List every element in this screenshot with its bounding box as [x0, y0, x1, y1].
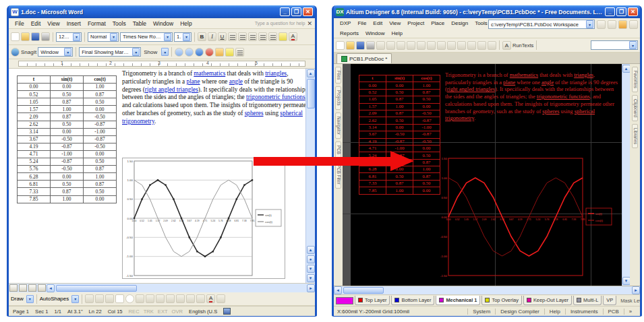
panel-tab-clipboard[interactable]: Clipboard — [632, 95, 637, 121]
hyperlink[interactable]: mathematics — [510, 72, 538, 78]
word-maximize-button[interactable]: ❐ — [291, 7, 301, 16]
scroll-track[interactable] — [55, 284, 307, 292]
style-combo[interactable]: Normal ▾ — [88, 32, 119, 42]
font-tool-icon[interactable]: A — [502, 41, 511, 50]
layer-tab-multi-l[interactable]: Multi-L — [573, 296, 602, 305]
altium-horizontal-scrollbar[interactable]: ◄ ► — [334, 286, 640, 294]
hyperlink[interactable]: plane — [187, 78, 200, 85]
chevron-down-icon[interactable]: ▾ — [71, 295, 79, 303]
reviewing-pane-icon[interactable] — [235, 48, 244, 57]
panel-tab-libraries[interactable]: Libraries — [632, 124, 637, 148]
select-arrow-icon[interactable] — [85, 294, 94, 303]
table-row[interactable]: 3.67-0.50-0.87 — [359, 131, 440, 138]
word-close-button[interactable]: ✕ — [303, 7, 313, 16]
table-row[interactable]: 0.000.001.00 — [18, 84, 117, 91]
scroll-down-icon[interactable]: ▼ — [622, 277, 631, 285]
word-titlebar[interactable]: W 1.doc - Microsoft Word _ ❐ ✕ — [9, 5, 315, 18]
menu-edit[interactable]: Edit — [370, 20, 386, 27]
chevron-down-icon[interactable]: ▾ — [73, 33, 80, 41]
panel-button-instruments[interactable]: Instruments — [565, 309, 603, 315]
table-row[interactable]: 4.19-0.87-0.50 — [359, 138, 440, 145]
hyperlink[interactable]: trigonometric functions — [537, 94, 590, 100]
layer-tab-keep-out-layer[interactable]: Keep-Out Layer — [523, 296, 572, 305]
redo-icon[interactable] — [437, 41, 446, 50]
hyperlink[interactable]: right angled triangles — [447, 86, 495, 92]
chevron-down-icon[interactable]: ▾ — [586, 20, 593, 28]
fill-color-icon[interactable] — [186, 294, 195, 303]
table-row[interactable]: 3.140.00-1.00 — [18, 128, 117, 135]
runtexts-button[interactable]: RunTexts — [513, 42, 533, 49]
scroll-left-icon[interactable]: ◄ — [334, 286, 342, 294]
paste-icon[interactable] — [417, 41, 426, 50]
previous-change-icon[interactable] — [175, 48, 183, 57]
altium-maximize-button[interactable]: ❐ — [616, 7, 626, 16]
web-layout-view-button[interactable] — [19, 284, 27, 292]
toolbar-combo[interactable]: ▾ — [591, 40, 638, 50]
panel-tab-files[interactable]: Files — [335, 67, 341, 84]
menu-reports[interactable]: Reports — [336, 30, 362, 37]
chevron-down-icon[interactable]: ▾ — [164, 33, 171, 41]
pcb-data-table[interactable]: tsin(t)cos(t) 0.000.001.000.520.500.871.… — [359, 75, 440, 195]
print-icon[interactable] — [366, 41, 375, 50]
italic-icon[interactable] — [208, 32, 216, 41]
table-row[interactable]: 2.090.87-0.50 — [18, 113, 117, 121]
chevron-down-icon[interactable]: ▾ — [132, 48, 140, 56]
menu-view[interactable]: View — [44, 20, 63, 28]
panel-tab-projects[interactable]: Projects — [335, 86, 341, 110]
picture-icon[interactable] — [176, 294, 185, 303]
word-minimize-button[interactable]: _ — [280, 7, 290, 16]
panel-button-[interactable]: » — [624, 309, 637, 315]
word-paragraph[interactable]: Trigonometry is a branch of mathematics … — [122, 70, 305, 126]
reject-change-icon[interactable] — [205, 48, 214, 57]
scroll-right-icon[interactable]: ► — [307, 284, 315, 292]
table-row[interactable]: 7.851.000.00 — [18, 195, 117, 203]
undo-icon[interactable] — [427, 41, 436, 50]
mask-level-button[interactable]: Mask Level — [618, 298, 640, 304]
table-row[interactable]: 7.330.870.50 — [18, 188, 117, 195]
table-row[interactable]: 5.76-0.500.87 — [18, 166, 117, 173]
underline-icon[interactable] — [218, 32, 227, 41]
panel-button-help[interactable]: Help — [544, 309, 565, 315]
ask-a-question-box[interactable]: Type a question for help ✕ — [255, 20, 312, 27]
table-row[interactable]: 3.140.00-1.00 — [359, 124, 440, 131]
menu-window[interactable]: Window — [150, 20, 177, 28]
diagram-icon[interactable] — [156, 294, 165, 303]
configure-icon[interactable] — [629, 20, 638, 29]
table-row[interactable]: 0.520.500.87 — [18, 91, 117, 98]
layer-tab-vp[interactable]: VP — [603, 296, 616, 305]
pcb-chart-object[interactable]: 1.501.000.500.00-0.50-1.00-1.500.000.521… — [437, 156, 615, 278]
altium-titlebar[interactable]: DX Altium Designer 6.8 (Internal Build: … — [334, 5, 640, 18]
open-icon[interactable] — [21, 32, 30, 41]
table-row[interactable]: 7.851.000.00 — [359, 187, 440, 194]
bullets-icon[interactable] — [268, 32, 277, 41]
font-size-combo[interactable]: 12 ▾ — [174, 32, 192, 42]
scroll-down-icon[interactable]: ▼ — [307, 274, 315, 282]
numbering-icon[interactable] — [258, 32, 267, 41]
display-for-review-combo[interactable]: Final Showing Markup ▾ — [79, 47, 141, 57]
menu-place[interactable]: Place — [428, 20, 448, 27]
place-component-icon[interactable] — [488, 41, 496, 50]
font-color-icon[interactable] — [206, 294, 215, 303]
print-layout-view-button[interactable] — [28, 284, 36, 292]
panel-button-system[interactable]: System — [467, 309, 495, 315]
autoshapes-menu-button[interactable]: AutoShapes — [40, 296, 69, 302]
next-page-button[interactable]: ▼ — [307, 265, 315, 273]
menu-help[interactable]: Help — [177, 20, 195, 28]
scroll-thumb[interactable] — [307, 79, 315, 108]
accept-change-icon[interactable] — [195, 48, 204, 57]
word-data-table[interactable]: tsin(t)cos(t) 0.000.001.000.520.500.871.… — [17, 75, 117, 203]
pcb-editor-canvas[interactable]: tsin(t)cos(t) 0.000.001.000.520.500.871.… — [343, 64, 622, 286]
oval-icon[interactable] — [125, 294, 134, 303]
scroll-thumb[interactable] — [56, 285, 137, 292]
place-via-icon[interactable] — [467, 41, 476, 50]
table-row[interactable]: 2.620.50-0.87 — [18, 121, 117, 128]
highlight-icon[interactable] — [279, 32, 287, 41]
layer-tab-bottom-layer[interactable]: Bottom Layer — [391, 296, 434, 305]
word-vertical-scrollbar[interactable]: ▲ ▲ ● ▼ ▼ — [305, 69, 315, 283]
panel-tab-navigator[interactable]: Navigator — [335, 112, 341, 139]
menu-tools[interactable]: Tools — [109, 20, 129, 28]
active-layer-swatch[interactable] — [336, 297, 353, 304]
table-row[interactable]: 6.810.500.87 — [18, 181, 117, 188]
home-icon[interactable] — [597, 20, 606, 29]
save-icon[interactable] — [356, 41, 365, 50]
